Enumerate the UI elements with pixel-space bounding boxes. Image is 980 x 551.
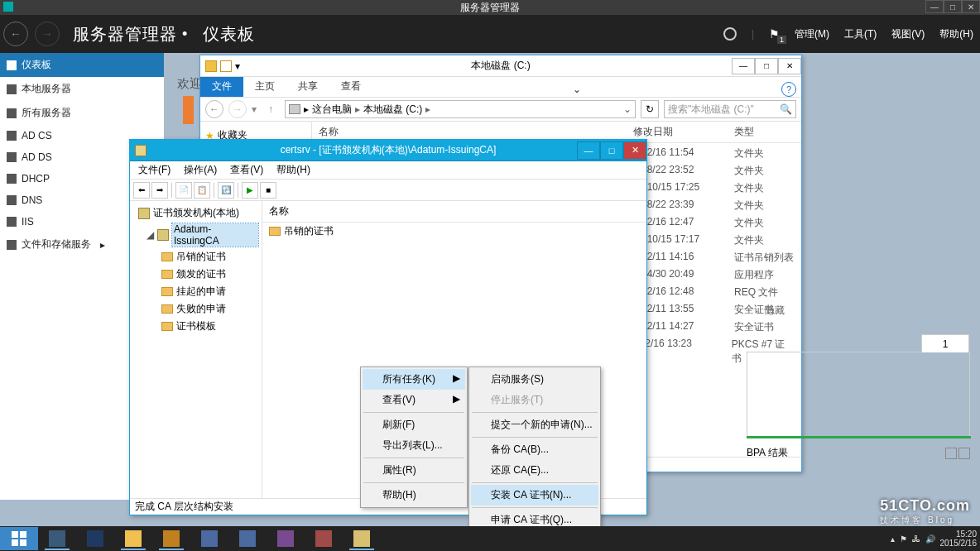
view-icon-1[interactable]: [945, 448, 957, 459]
tree-item[interactable]: 失败的申请: [155, 300, 260, 318]
mmc-close-button[interactable]: ✕: [623, 141, 646, 160]
maximize-button[interactable]: □: [944, 0, 962, 13]
tb-app5[interactable]: [305, 527, 343, 550]
col-name[interactable]: 名称: [319, 125, 633, 139]
qat-arrow[interactable]: ▾: [235, 60, 240, 72]
tree-item[interactable]: 吊销的证书: [155, 248, 260, 266]
tray-clock[interactable]: 15:202015/2/16: [940, 529, 978, 548]
col-date[interactable]: 修改日期: [633, 125, 734, 139]
minimize-button[interactable]: —: [925, 0, 944, 13]
address-path[interactable]: ▸ 这台电脑 本地磁盘 (C:) ⌄: [285, 100, 636, 118]
menu-help[interactable]: 帮助(H): [939, 27, 973, 41]
list-item[interactable]: 吊销的证书: [262, 223, 646, 240]
tb-app3[interactable]: [228, 527, 267, 550]
server-tile[interactable]: 1: [747, 352, 970, 438]
refresh-icon[interactable]: [723, 27, 737, 41]
tree-item[interactable]: 挂起的申请: [155, 283, 260, 300]
ribbon-expand[interactable]: ⌄: [571, 82, 583, 97]
col-type[interactable]: 类型: [734, 125, 754, 139]
menu-manage[interactable]: 管理(M): [795, 27, 829, 41]
path-sep[interactable]: ▸: [304, 103, 309, 115]
view-icon-2[interactable]: [958, 448, 970, 459]
breadcrumb-root[interactable]: 服务器管理器: [73, 23, 177, 46]
menu-item[interactable]: 查看(V)▶: [363, 390, 465, 410]
menu-tools[interactable]: 工具(T): [844, 27, 877, 41]
menu-item[interactable]: 安装 CA 证书(N)...: [471, 485, 598, 505]
menu-help[interactable]: 帮助(H): [271, 161, 315, 179]
path-expand[interactable]: ⌄: [623, 103, 632, 115]
menu-item[interactable]: 还原 CA(E)...: [471, 460, 598, 481]
crumb-pc[interactable]: 这台电脑: [312, 103, 360, 117]
menu-file[interactable]: 文件(F): [133, 161, 175, 179]
menu-item[interactable]: 所有任务(K)▶: [363, 369, 465, 390]
mmc-titlebar[interactable]: certsrv - [证书颁发机构(本地)\Adatum-IssuingCA] …: [130, 140, 646, 161]
context-menu-1[interactable]: 所有任务(K)▶查看(V)▶刷新(F)导出列表(L)...属性(R)帮助(H): [360, 367, 468, 508]
tb-stop-icon[interactable]: ■: [260, 182, 276, 199]
tree-item[interactable]: 颁发的证书: [155, 266, 260, 283]
tb-powershell[interactable]: [76, 527, 114, 550]
ca-node-icon: [157, 229, 169, 241]
exp-minimize-button[interactable]: —: [732, 58, 755, 74]
tree-item[interactable]: 证书模板: [155, 318, 260, 335]
tab-share[interactable]: 共享: [286, 76, 329, 97]
tab-home[interactable]: 主页: [243, 76, 286, 97]
back-nav-button[interactable]: ←: [205, 100, 223, 118]
tab-view[interactable]: 查看: [329, 76, 372, 97]
menu-view[interactable]: 查看(V): [225, 161, 268, 179]
tb-app2[interactable]: [190, 527, 228, 550]
exp-maximize-button[interactable]: □: [755, 58, 778, 74]
up-button[interactable]: ↑: [262, 100, 280, 118]
tb-start-icon[interactable]: ▶: [242, 182, 258, 199]
mmc-minimize-button[interactable]: —: [577, 141, 600, 160]
mmc-maximize-button[interactable]: □: [600, 141, 623, 160]
tb-props-icon[interactable]: 📋: [194, 182, 210, 199]
forward-nav-button[interactable]: →: [228, 100, 247, 118]
tb-refresh-icon[interactable]: 🔃: [218, 182, 234, 199]
menu-item[interactable]: 导出列表(L)...: [363, 435, 465, 456]
menu-item[interactable]: 备份 CA(B)...: [471, 439, 598, 460]
breadcrumb-page[interactable]: 仪表板: [203, 23, 255, 46]
menu-item[interactable]: 刷新(F): [363, 414, 465, 435]
sidebar-item-all[interactable]: 所有服务器: [0, 101, 164, 125]
mmc-list-header[interactable]: 名称: [262, 201, 646, 223]
tb-certsrv[interactable]: [343, 527, 381, 550]
tb-up-icon[interactable]: 📄: [175, 182, 192, 199]
tb-servermanager[interactable]: [38, 527, 76, 550]
tb-app1[interactable]: [152, 527, 190, 550]
notifications-flag-icon[interactable]: ⚑1: [769, 27, 780, 41]
menu-action[interactable]: 操作(A): [179, 161, 222, 179]
back-button[interactable]: ←: [3, 22, 28, 46]
tree-root[interactable]: 证书颁发机构(本地): [132, 204, 260, 222]
refresh-button[interactable]: ↻: [641, 100, 659, 118]
tray-flag-icon[interactable]: ⚑: [900, 534, 907, 544]
tray-sound-icon[interactable]: 🔊: [925, 534, 935, 544]
tree-ca[interactable]: ◢Adatum-IssuingCA: [132, 222, 260, 248]
qat-icon[interactable]: [220, 60, 232, 72]
search-input[interactable]: 搜索"本地磁盘 (C:)"🔍: [664, 100, 796, 118]
forward-button[interactable]: →: [35, 22, 60, 46]
server-tile-count[interactable]: 1: [921, 334, 969, 352]
mmc-tree[interactable]: 证书颁发机构(本地) ◢Adatum-IssuingCA 吊销的证书颁发的证书挂…: [130, 201, 262, 498]
exp-close-button[interactable]: ✕: [778, 58, 801, 74]
menu-item[interactable]: 属性(R): [363, 460, 465, 481]
menu-view[interactable]: 视图(V): [891, 27, 925, 41]
tab-file[interactable]: 文件: [200, 76, 243, 97]
tray-expand-icon[interactable]: ▴: [891, 534, 895, 544]
tb-back-icon[interactable]: ⬅: [133, 182, 150, 199]
start-button[interactable]: [0, 527, 38, 550]
sidebar-item-local[interactable]: 本地服务器: [0, 77, 164, 101]
explorer-titlebar[interactable]: ▾ 本地磁盘 (C:) —□✕: [200, 55, 801, 77]
history-arrow[interactable]: ▾: [252, 103, 257, 115]
menu-item[interactable]: 帮助(H): [363, 485, 465, 505]
tray-network-icon[interactable]: 🖧: [912, 534, 920, 544]
close-button[interactable]: ✕: [962, 0, 980, 13]
tb-explorer[interactable]: [114, 527, 152, 550]
sidebar-item-dashboard[interactable]: 仪表板: [0, 53, 164, 77]
help-icon[interactable]: ?: [781, 82, 796, 97]
menu-item[interactable]: 提交一个新的申请(N)...: [471, 414, 598, 435]
menu-item[interactable]: 启动服务(S): [471, 369, 598, 390]
tb-forward-icon[interactable]: ➡: [151, 182, 168, 199]
crumb-drive[interactable]: 本地磁盘 (C:): [363, 103, 430, 117]
context-menu-2[interactable]: 启动服务(S)停止服务(T)提交一个新的申请(N)...备份 CA(B)...还…: [468, 367, 601, 533]
tb-app4[interactable]: [267, 527, 305, 550]
